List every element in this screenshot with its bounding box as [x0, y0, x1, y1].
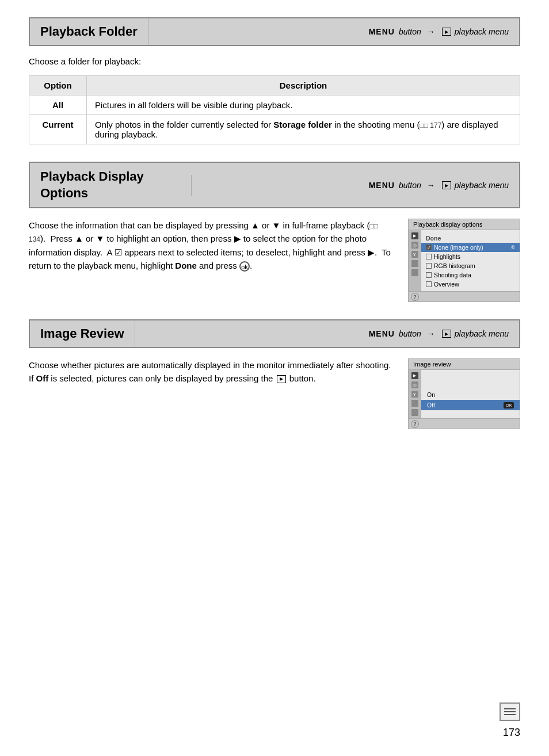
image-review-title: Image Review	[30, 320, 135, 347]
page-icon	[500, 702, 520, 721]
sidebar-icon-box2-ir	[411, 409, 418, 416]
playback-display-screen: Playback display options ▶ ◎ Y Done ✓ No…	[408, 219, 520, 302]
playback-folder-title: Playback Folder	[30, 18, 148, 45]
button-label-2: button	[399, 181, 421, 190]
playback-folder-intro: Choose a folder for playback:	[29, 56, 520, 66]
page-number: 173	[503, 727, 520, 739]
play-icon-2	[442, 181, 451, 189]
play-icon-3	[442, 330, 451, 338]
page-icon-lines	[504, 708, 516, 715]
arrow-1: →	[427, 27, 435, 36]
menu-item-none: ✓ None (image only) ©	[421, 243, 520, 252]
check-overview	[426, 281, 432, 287]
ir-on-item: On	[421, 390, 520, 400]
playback-folder-nav: MENU button → playback menu	[148, 18, 519, 45]
menu-item-shooting: Shooting data	[421, 270, 520, 280]
playback-display-body: Choose the information that can be displ…	[29, 219, 520, 302]
image-review-nav: MENU button → playback menu	[135, 320, 519, 347]
icon-line-2	[504, 711, 516, 712]
menu-name-2: playback menu	[455, 181, 509, 190]
sidebar-icons: ▶ ◎ Y	[409, 230, 421, 291]
playback-display-title: Playback Display Options	[30, 163, 191, 207]
playback-display-section: Playback Display Options MENU button → p…	[29, 162, 520, 302]
image-review-section: Image Review MENU button → playback menu…	[29, 319, 520, 429]
play-icon-inline	[277, 375, 286, 383]
image-review-body: Choose whether pictures are automaticall…	[29, 358, 520, 429]
menu-item-highlights: Highlights	[421, 252, 520, 261]
menu-word-3: MENU	[369, 329, 395, 338]
option-current: Current	[29, 115, 87, 144]
sidebar-icon-camera: ◎	[411, 242, 418, 249]
playback-folder-header: Playback Folder MENU button → playback m…	[29, 17, 520, 46]
sidebar-icon-box1	[411, 260, 418, 267]
sidebar-icon-y-ir: Y	[411, 391, 418, 398]
option-all: All	[29, 96, 87, 115]
screen-bottom-ir: ?	[409, 418, 520, 429]
page-footer: 173	[500, 702, 520, 739]
playback-folder-section: Playback Folder MENU button → playback m…	[29, 17, 520, 144]
sidebar-icon-play-ir: ▶	[411, 372, 418, 379]
screen-title-display: Playback display options	[409, 219, 520, 230]
arrow-3: →	[427, 329, 435, 338]
menu-word-1: MENU	[369, 27, 395, 36]
image-review-header: Image Review MENU button → playback menu	[29, 319, 520, 348]
ir-menu-items: On Off OK	[421, 370, 520, 418]
image-review-screen: Image review ▶ ◎ Y On Off OK	[408, 358, 520, 429]
sidebar-icon-box2	[411, 269, 418, 276]
menu-word-2: MENU	[369, 181, 395, 190]
table-row: Current Only photos in the folder curren…	[29, 115, 520, 144]
check-highlights	[426, 254, 432, 259]
ir-spacer	[421, 372, 520, 390]
image-review-text: Choose whether pictures are automaticall…	[29, 358, 396, 429]
button-label-3: button	[399, 329, 421, 338]
col-option-header: Option	[29, 76, 87, 96]
options-table: Option Description All Pictures in all f…	[29, 75, 520, 144]
sidebar-icon-y: Y	[411, 251, 418, 258]
sidebar-icon-box1-ir	[411, 400, 418, 407]
check-none: ✓	[426, 245, 432, 250]
sidebar-icon-play: ▶	[411, 232, 418, 239]
screen-bottom-display: ?	[409, 291, 520, 301]
col-description-header: Description	[87, 76, 520, 96]
menu-item-rgb: RGB histogram	[421, 261, 520, 270]
menu-name-3: playback menu	[455, 329, 509, 338]
menu-name-1: playback menu	[455, 27, 509, 36]
help-icon-display: ?	[411, 293, 419, 301]
playback-display-header: Playback Display Options MENU button → p…	[29, 162, 520, 208]
check-rgb	[426, 263, 432, 269]
menu-done-label: Done	[421, 232, 520, 243]
playback-display-nav: MENU button → playback menu	[191, 175, 519, 196]
arrow-2: →	[427, 181, 435, 190]
sidebar-icon-camera-ir: ◎	[411, 381, 418, 388]
play-icon-1	[442, 28, 451, 36]
description-all: Pictures in all folders will be visible …	[87, 96, 520, 115]
sidebar-icons-ir: ▶ ◎ Y	[409, 370, 421, 418]
icon-line-1	[504, 708, 516, 709]
playback-display-text: Choose the information that can be displ…	[29, 219, 396, 302]
screen-menu: Done ✓ None (image only) © Highlights	[421, 230, 520, 291]
menu-item-overview: Overview	[421, 280, 520, 289]
table-row: All Pictures in all folders will be visi…	[29, 96, 520, 115]
ok-badge: OK	[504, 402, 514, 408]
icon-line-3	[504, 714, 516, 715]
button-label-1: button	[399, 27, 421, 36]
description-current: Only photos in the folder currently sele…	[87, 115, 520, 144]
ir-off-item: Off OK	[421, 400, 520, 410]
help-icon-ir: ?	[411, 420, 419, 428]
screen-title-ir: Image review	[409, 359, 520, 370]
check-shooting	[426, 272, 432, 278]
